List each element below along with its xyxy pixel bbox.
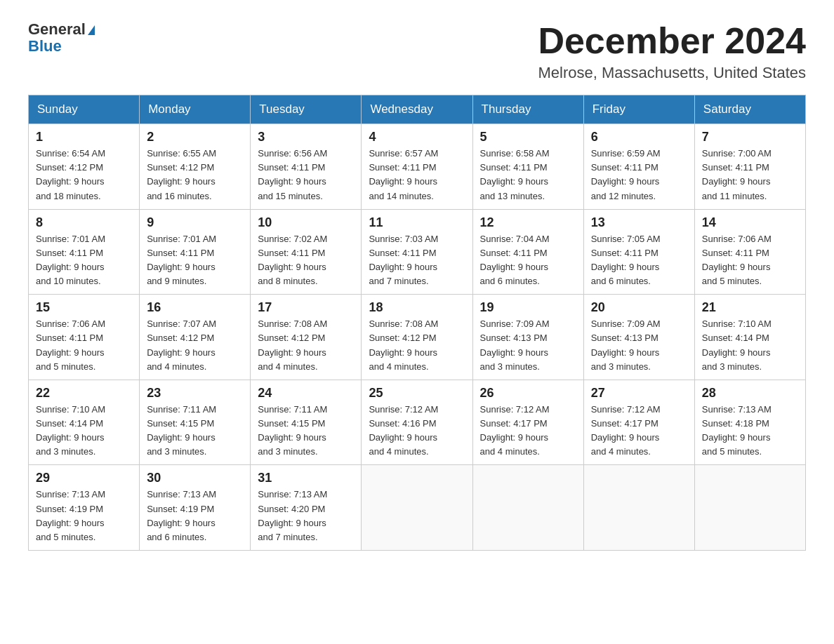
table-row: 6Sunrise: 6:59 AMSunset: 4:11 PMDaylight… (583, 124, 694, 210)
table-row: 21Sunrise: 7:10 AMSunset: 4:14 PMDayligh… (694, 295, 805, 380)
logo: General Blue (28, 21, 95, 55)
day-info: Sunrise: 7:12 AMSunset: 4:17 PMDaylight:… (480, 403, 576, 459)
day-info: Sunrise: 7:01 AMSunset: 4:11 PMDaylight:… (36, 232, 132, 289)
day-number: 15 (36, 300, 132, 315)
table-row: 12Sunrise: 7:04 AMSunset: 4:11 PMDayligh… (472, 209, 583, 295)
day-info: Sunrise: 7:13 AMSunset: 4:20 PMDaylight:… (258, 488, 354, 544)
calendar-week-row: 1Sunrise: 6:54 AMSunset: 4:12 PMDaylight… (29, 124, 806, 210)
day-number: 5 (480, 130, 576, 145)
day-info: Sunrise: 7:10 AMSunset: 4:14 PMDaylight:… (702, 317, 798, 374)
table-row: 27Sunrise: 7:12 AMSunset: 4:17 PMDayligh… (583, 380, 694, 465)
day-number: 23 (147, 386, 243, 401)
calendar-week-row: 8Sunrise: 7:01 AMSunset: 4:11 PMDaylight… (29, 209, 806, 295)
day-info: Sunrise: 7:05 AMSunset: 4:11 PMDaylight:… (591, 232, 687, 289)
day-number: 9 (147, 215, 243, 230)
day-info: Sunrise: 7:04 AMSunset: 4:11 PMDaylight:… (480, 232, 576, 289)
day-number: 25 (369, 386, 465, 401)
table-row: 14Sunrise: 7:06 AMSunset: 4:11 PMDayligh… (694, 209, 805, 295)
calendar-header-row: Sunday Monday Tuesday Wednesday Thursday… (29, 95, 806, 124)
day-info: Sunrise: 6:54 AMSunset: 4:12 PMDaylight:… (36, 147, 132, 203)
table-row: 1Sunrise: 6:54 AMSunset: 4:12 PMDaylight… (29, 124, 140, 210)
page-title: December 2024 (538, 21, 806, 61)
title-block: December 2024 Melrose, Massachusetts, Un… (538, 21, 806, 82)
table-row (362, 465, 472, 551)
col-thursday: Thursday (472, 95, 583, 124)
table-row (694, 465, 805, 551)
day-number: 16 (147, 300, 243, 315)
day-number: 1 (36, 130, 132, 145)
day-info: Sunrise: 7:00 AMSunset: 4:11 PMDaylight:… (702, 147, 798, 203)
day-number: 6 (591, 130, 687, 145)
table-row: 30Sunrise: 7:13 AMSunset: 4:19 PMDayligh… (140, 465, 251, 551)
table-row: 3Sunrise: 6:56 AMSunset: 4:11 PMDaylight… (251, 124, 362, 210)
table-row (472, 465, 583, 551)
day-info: Sunrise: 6:57 AMSunset: 4:11 PMDaylight:… (369, 147, 465, 203)
table-row: 29Sunrise: 7:13 AMSunset: 4:19 PMDayligh… (29, 465, 140, 551)
logo-triangle-icon (88, 25, 95, 35)
day-number: 12 (480, 215, 576, 230)
calendar-week-row: 22Sunrise: 7:10 AMSunset: 4:14 PMDayligh… (29, 380, 806, 465)
calendar-week-row: 29Sunrise: 7:13 AMSunset: 4:19 PMDayligh… (29, 465, 806, 551)
table-row: 20Sunrise: 7:09 AMSunset: 4:13 PMDayligh… (583, 295, 694, 380)
day-number: 27 (591, 386, 687, 401)
col-friday: Friday (583, 95, 694, 124)
table-row: 25Sunrise: 7:12 AMSunset: 4:16 PMDayligh… (362, 380, 472, 465)
day-info: Sunrise: 6:59 AMSunset: 4:11 PMDaylight:… (591, 147, 687, 203)
table-row: 4Sunrise: 6:57 AMSunset: 4:11 PMDaylight… (362, 124, 472, 210)
table-row: 22Sunrise: 7:10 AMSunset: 4:14 PMDayligh… (29, 380, 140, 465)
table-row (583, 465, 694, 551)
day-number: 17 (258, 300, 354, 315)
day-info: Sunrise: 7:07 AMSunset: 4:12 PMDaylight:… (147, 317, 243, 374)
table-row: 9Sunrise: 7:01 AMSunset: 4:11 PMDaylight… (140, 209, 251, 295)
day-number: 20 (591, 300, 687, 315)
day-number: 31 (258, 471, 354, 485)
day-info: Sunrise: 6:55 AMSunset: 4:12 PMDaylight:… (147, 147, 243, 203)
table-row: 5Sunrise: 6:58 AMSunset: 4:11 PMDaylight… (472, 124, 583, 210)
col-monday: Monday (140, 95, 251, 124)
col-sunday: Sunday (29, 95, 140, 124)
table-row: 24Sunrise: 7:11 AMSunset: 4:15 PMDayligh… (251, 380, 362, 465)
table-row: 10Sunrise: 7:02 AMSunset: 4:11 PMDayligh… (251, 209, 362, 295)
day-info: Sunrise: 7:13 AMSunset: 4:19 PMDaylight:… (36, 488, 132, 544)
page-subtitle: Melrose, Massachusetts, United States (538, 64, 806, 82)
day-info: Sunrise: 7:08 AMSunset: 4:12 PMDaylight:… (369, 317, 465, 374)
logo-blue-text: Blue (28, 38, 95, 55)
day-info: Sunrise: 7:06 AMSunset: 4:11 PMDaylight:… (36, 317, 132, 374)
table-row: 16Sunrise: 7:07 AMSunset: 4:12 PMDayligh… (140, 295, 251, 380)
day-number: 24 (258, 386, 354, 401)
day-number: 4 (369, 130, 465, 145)
page-header: General Blue December 2024 Melrose, Mass… (28, 21, 806, 82)
calendar-week-row: 15Sunrise: 7:06 AMSunset: 4:11 PMDayligh… (29, 295, 806, 380)
table-row: 23Sunrise: 7:11 AMSunset: 4:15 PMDayligh… (140, 380, 251, 465)
table-row: 19Sunrise: 7:09 AMSunset: 4:13 PMDayligh… (472, 295, 583, 380)
day-number: 28 (702, 386, 798, 401)
day-info: Sunrise: 7:09 AMSunset: 4:13 PMDaylight:… (480, 317, 576, 374)
day-number: 11 (369, 215, 465, 230)
day-number: 22 (36, 386, 132, 401)
day-number: 3 (258, 130, 354, 145)
day-info: Sunrise: 6:58 AMSunset: 4:11 PMDaylight:… (480, 147, 576, 203)
day-number: 13 (591, 215, 687, 230)
day-info: Sunrise: 7:13 AMSunset: 4:18 PMDaylight:… (702, 403, 798, 459)
table-row: 31Sunrise: 7:13 AMSunset: 4:20 PMDayligh… (251, 465, 362, 551)
table-row: 18Sunrise: 7:08 AMSunset: 4:12 PMDayligh… (362, 295, 472, 380)
day-number: 19 (480, 300, 576, 315)
day-info: Sunrise: 7:09 AMSunset: 4:13 PMDaylight:… (591, 317, 687, 374)
table-row: 17Sunrise: 7:08 AMSunset: 4:12 PMDayligh… (251, 295, 362, 380)
day-info: Sunrise: 7:11 AMSunset: 4:15 PMDaylight:… (258, 403, 354, 459)
col-wednesday: Wednesday (362, 95, 472, 124)
table-row: 11Sunrise: 7:03 AMSunset: 4:11 PMDayligh… (362, 209, 472, 295)
table-row: 26Sunrise: 7:12 AMSunset: 4:17 PMDayligh… (472, 380, 583, 465)
day-info: Sunrise: 7:08 AMSunset: 4:12 PMDaylight:… (258, 317, 354, 374)
table-row: 15Sunrise: 7:06 AMSunset: 4:11 PMDayligh… (29, 295, 140, 380)
col-saturday: Saturday (694, 95, 805, 124)
day-info: Sunrise: 7:03 AMSunset: 4:11 PMDaylight:… (369, 232, 465, 289)
day-info: Sunrise: 7:13 AMSunset: 4:19 PMDaylight:… (147, 488, 243, 544)
day-number: 8 (36, 215, 132, 230)
day-number: 2 (147, 130, 243, 145)
table-row: 8Sunrise: 7:01 AMSunset: 4:11 PMDaylight… (29, 209, 140, 295)
logo-general-text: General (28, 20, 86, 38)
calendar-table: Sunday Monday Tuesday Wednesday Thursday… (28, 95, 806, 551)
day-info: Sunrise: 7:06 AMSunset: 4:11 PMDaylight:… (702, 232, 798, 289)
table-row: 28Sunrise: 7:13 AMSunset: 4:18 PMDayligh… (694, 380, 805, 465)
